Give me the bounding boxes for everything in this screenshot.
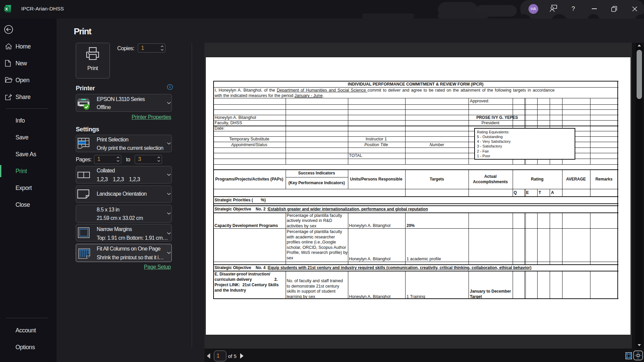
svg-text:X: X (5, 7, 8, 11)
